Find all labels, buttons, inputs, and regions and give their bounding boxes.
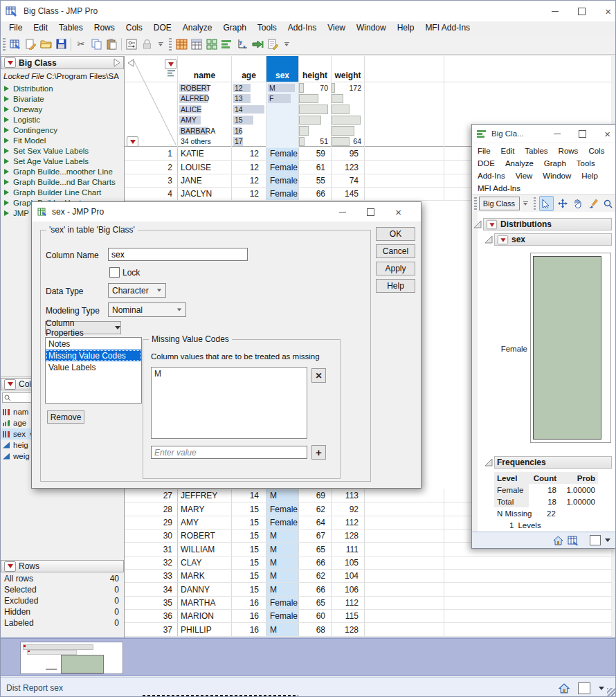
table-row[interactable]: 32 CLAY 15 M 66 105 (125, 556, 612, 570)
menu-item[interactable]: Edit (28, 23, 53, 33)
toolbar-grip[interactable] (534, 197, 536, 210)
copy-icon[interactable] (89, 37, 103, 51)
disclosure-icon[interactable] (484, 458, 493, 467)
menu-item[interactable]: MFI Add-Ins (419, 23, 475, 33)
lock-checkbox[interactable] (109, 267, 120, 278)
cancel-button[interactable]: Cancel (376, 244, 415, 258)
menu-item[interactable]: View (516, 172, 533, 180)
menu-item[interactable]: DOE (478, 159, 495, 168)
red-triangle-menu-icon[interactable] (4, 561, 16, 572)
toolbar-overflow-icon[interactable] (523, 199, 529, 208)
minimize-icon[interactable] (552, 10, 559, 12)
property-list-item[interactable]: Value Labels (46, 361, 141, 373)
table-row[interactable]: 35 MARTHA 16 Female 65 112 (125, 597, 612, 610)
home-icon[interactable] (559, 683, 570, 694)
script-item[interactable]: Set Age Value Labels (1, 156, 124, 166)
data-table-icon[interactable] (174, 37, 188, 51)
window-list-box[interactable] (578, 682, 590, 694)
red-triangle-menu-icon[interactable] (487, 219, 497, 229)
mvc-values-list[interactable]: M (151, 367, 307, 439)
table-panel-header[interactable]: Big Class (1, 56, 124, 69)
script-editor-icon[interactable] (266, 37, 280, 51)
column-header-height[interactable]: height (299, 56, 332, 82)
enter-value-input[interactable] (151, 446, 307, 459)
new-data-table-icon[interactable] (8, 37, 22, 51)
apply-button[interactable]: Apply (376, 262, 415, 275)
report-thumbnail[interactable] (20, 642, 123, 674)
script-item[interactable]: Graph Builder Line Chart (1, 187, 124, 197)
menu-item[interactable]: Cols (120, 23, 148, 33)
script-item[interactable]: Graph Builde...moother Line (1, 166, 124, 176)
data-table-icon[interactable] (568, 536, 579, 545)
script-item[interactable]: Graph Builde...nd Bar Charts (1, 176, 124, 187)
open-folder-icon[interactable] (39, 37, 53, 51)
home-icon[interactable] (553, 536, 563, 545)
menu-item[interactable]: Add-Ins (282, 23, 322, 33)
table-row[interactable]: 33 MARK 15 M 62 104 (125, 570, 612, 583)
resize-grip[interactable] (607, 688, 615, 696)
arrow-tool-icon[interactable] (539, 196, 553, 211)
maximize-icon[interactable] (579, 130, 586, 138)
remove-button[interactable]: Remove (47, 410, 84, 424)
menu-item[interactable]: Cols (588, 147, 604, 155)
column-header-age[interactable]: age (232, 56, 266, 82)
menu-item[interactable]: Help (581, 172, 598, 180)
add-value-button[interactable]: + (311, 445, 326, 460)
mosaic-bar-female[interactable] (533, 256, 601, 440)
mvc-value-item[interactable]: M (152, 368, 307, 379)
table-row[interactable]: 37 PHILLIP 16 M 68 128 (125, 623, 612, 636)
column-name-input[interactable] (108, 248, 248, 261)
close-icon[interactable]: × (605, 6, 611, 17)
table-row[interactable]: 36 MARION 16 Female 60 115 (125, 610, 612, 623)
toolbar-grip[interactable] (169, 38, 172, 51)
toolbar-overflow-icon[interactable] (283, 39, 290, 49)
brush-tool-icon[interactable] (587, 197, 599, 210)
move-tool-icon[interactable] (556, 197, 569, 210)
close-icon[interactable]: × (604, 129, 610, 139)
recode-icon[interactable] (251, 37, 264, 51)
menu-item[interactable]: Tables (525, 147, 547, 155)
menu-item[interactable]: Tools (252, 23, 282, 33)
menu-item[interactable]: Tables (53, 23, 89, 33)
open-script-icon[interactable] (24, 37, 37, 51)
frequencies-outline-header[interactable]: Frequencies (494, 456, 612, 469)
menu-item[interactable]: Help (392, 23, 420, 33)
script-item[interactable]: Fit Model (1, 135, 124, 145)
distributions-outline-header[interactable]: Distributions (483, 218, 612, 230)
menu-item[interactable]: Graph (544, 159, 566, 168)
menu-item[interactable]: Graph (217, 23, 251, 33)
disclosure-icon[interactable] (473, 220, 482, 228)
grid-corner-cell[interactable] (125, 56, 178, 82)
hand-tool-icon[interactable] (572, 197, 584, 210)
menu-item[interactable]: File (3, 23, 28, 33)
menu-item[interactable]: Window (351, 23, 392, 33)
menu-item[interactable]: Analyze (505, 159, 534, 168)
property-list-item[interactable]: Missing Value Codes (46, 350, 141, 361)
paste-icon[interactable] (105, 37, 118, 51)
dropdown-icon[interactable] (599, 687, 604, 690)
data-type-dropdown[interactable]: Character (108, 283, 166, 298)
preferences-icon[interactable] (125, 37, 138, 51)
menu-item[interactable]: File (478, 147, 491, 155)
menu-item[interactable]: Add-Ins (478, 172, 505, 180)
tabulate-icon[interactable] (190, 37, 203, 51)
menu-item[interactable]: Rows (89, 23, 120, 33)
help-button[interactable]: Help (376, 279, 415, 293)
ok-button[interactable]: OK (376, 227, 415, 241)
panel-expand-icon[interactable] (114, 58, 120, 67)
table-selector-dropdown[interactable]: Big Class (479, 197, 520, 210)
toolbar-grip[interactable] (3, 38, 6, 51)
disclosure-icon[interactable] (484, 235, 493, 244)
dialog-minimize-icon[interactable] (339, 211, 346, 212)
maximize-icon[interactable] (578, 8, 586, 15)
column-header-name[interactable]: name (178, 56, 232, 82)
tile-windows-icon[interactable] (205, 37, 219, 51)
script-item[interactable]: Bivariate (1, 93, 124, 104)
window-list-box[interactable] (590, 535, 601, 545)
script-item[interactable]: Oneway (1, 104, 124, 114)
column-properties-button[interactable]: Column Properties (45, 321, 121, 334)
menu-item[interactable]: Tools (577, 159, 595, 168)
fit-y-by-x-icon[interactable]: yx (235, 37, 249, 51)
menu-item[interactable]: View (322, 23, 351, 33)
script-item[interactable]: Set Sex Value Labels (1, 145, 124, 156)
